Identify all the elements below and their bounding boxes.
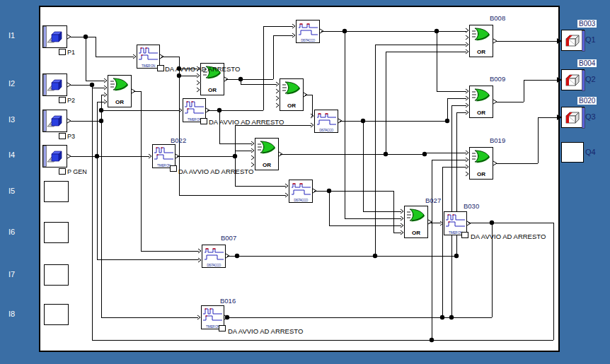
annotation-text[interactable]: DA AVVIO AD ARRESTO (209, 118, 284, 126)
delay-waveform-icon (204, 247, 224, 261)
input-block-i4[interactable] (42, 145, 67, 168)
input-block-i8-empty[interactable] (44, 304, 69, 325)
output-label-q1: Q1 (585, 35, 596, 44)
output-block-ref: B004 (577, 59, 597, 67)
output-connector-icon (562, 70, 585, 91)
block-name-label[interactable]: B027 (425, 196, 441, 204)
delay-timer-block[interactable]: DISTACCO (296, 20, 320, 43)
or-gate-label: OR (470, 171, 493, 177)
block-name-label[interactable]: B016 (220, 297, 236, 305)
annotation-text[interactable]: DA AVVIO AD ARRESTO (165, 65, 240, 73)
output-block-ref: B003 (577, 20, 597, 28)
block-name-label[interactable]: B019 (490, 136, 505, 144)
input-block-i3[interactable] (42, 110, 67, 132)
output-block-q3[interactable] (561, 107, 585, 128)
parameter-connector-square[interactable] (461, 232, 468, 238)
input-block-i5-empty[interactable] (44, 181, 69, 202)
delay-timer-block-b007[interactable]: DISTACCO (202, 245, 226, 268)
parameter-connector-square[interactable] (200, 118, 207, 124)
or-gate-label: OR (201, 87, 224, 93)
block-name-label[interactable]: B009 (490, 75, 505, 83)
output-label-q4: Q4 (585, 148, 596, 156)
or-block-b027[interactable]: OR (404, 206, 428, 238)
or-gate-icon (110, 77, 129, 91)
or-gate-icon (407, 208, 425, 222)
input-parameter-label[interactable]: P2 (67, 97, 75, 104)
pulse-waveform-icon (154, 146, 174, 160)
delay-waveform-icon (291, 182, 311, 196)
input-label-i5: I5 (8, 187, 15, 195)
or-gate-label: OR (280, 102, 303, 109)
app-window: TIMER ONORORTIMER ONTIMER ONB022ORORDIST… (0, 0, 610, 364)
output-block-q4-empty[interactable] (561, 142, 584, 163)
block-type-caption: DISTACCO (289, 199, 312, 202)
or-gate-icon (472, 88, 490, 102)
delay-waveform-icon (316, 112, 337, 126)
annotation-text[interactable]: DA AVVIO AD ARRESTO (228, 327, 303, 335)
or-gate-icon (472, 27, 490, 41)
or-gate-icon (258, 140, 276, 154)
input-parameter-square[interactable] (59, 133, 66, 139)
input-label-i6: I6 (8, 228, 15, 236)
input-parameter-label[interactable]: P GEN (67, 168, 87, 175)
output-label-q2: Q2 (585, 75, 596, 83)
or-gate-label: OR (470, 49, 493, 55)
or-gate-label: OR (108, 99, 131, 105)
input-block-i2[interactable] (42, 74, 67, 96)
delay-waveform-icon (298, 22, 318, 36)
block-name-label[interactable]: B022 (171, 136, 186, 144)
input-block-i7-empty[interactable] (44, 264, 69, 286)
output-block-q1[interactable] (561, 30, 585, 51)
pulse-timer-block-b022[interactable]: TIMER ON (152, 144, 175, 168)
or-block[interactable]: OR (108, 75, 132, 107)
or-gate-label: OR (255, 162, 278, 168)
parameter-connector-square[interactable] (219, 325, 226, 331)
or-block[interactable]: OR (280, 78, 304, 111)
or-block[interactable]: OR (255, 138, 279, 170)
pulse-waveform-icon (202, 307, 223, 322)
input-parameter-square[interactable] (59, 49, 66, 55)
or-gate-label: OR (405, 230, 427, 236)
block-name-label[interactable]: B007 (221, 234, 236, 242)
input-block-i6-empty[interactable] (44, 222, 69, 243)
input-connector-icon (43, 26, 67, 47)
parameter-connector-square[interactable] (170, 165, 177, 172)
input-block-i1[interactable] (42, 25, 67, 48)
block-type-caption: DISTACCO (315, 129, 338, 132)
pulse-waveform-icon (138, 47, 159, 61)
annotation-text[interactable]: DA AVVIO AD ARRESTO (178, 168, 253, 175)
pulse-waveform-icon (184, 100, 205, 115)
or-gate-icon (472, 149, 490, 163)
delay-timer-block[interactable]: DISTACCO (314, 110, 338, 133)
output-block-ref: B020 (577, 97, 597, 105)
or-gate-label: OR (470, 110, 493, 116)
output-label-q3: Q3 (585, 112, 596, 121)
annotation-text[interactable]: DA AVVIO AD ARRESTO (471, 233, 546, 240)
pulse-waveform-icon (445, 213, 466, 228)
or-block-b009[interactable]: OR (469, 86, 493, 118)
delay-timer-block[interactable]: DISTACCO (289, 180, 313, 203)
or-gate-icon (282, 81, 301, 95)
input-parameter-square[interactable] (59, 168, 66, 175)
input-label-i7: I7 (8, 270, 15, 278)
input-parameter-label[interactable]: P3 (67, 133, 75, 140)
or-block-b008[interactable]: OR (469, 25, 493, 57)
input-label-i2: I2 (8, 79, 15, 88)
input-label-i1: I1 (8, 31, 15, 40)
input-label-i4: I4 (8, 151, 15, 159)
output-block-q2[interactable] (561, 69, 585, 90)
block-type-caption: TIMER ON (137, 64, 159, 68)
input-connector-icon (43, 146, 67, 167)
input-connector-icon (43, 110, 67, 131)
output-connector-icon (562, 107, 585, 129)
or-block-b019[interactable]: OR (469, 147, 493, 180)
input-label-i3: I3 (8, 115, 15, 124)
block-name-label[interactable]: B008 (490, 14, 505, 22)
parameter-connector-square[interactable] (157, 65, 164, 71)
block-name-label[interactable]: B030 (464, 202, 479, 210)
input-label-i8: I8 (8, 310, 15, 318)
input-connector-icon (43, 74, 67, 95)
block-type-caption: DISTACCO (202, 264, 225, 267)
input-parameter-label[interactable]: P1 (67, 49, 75, 56)
input-parameter-square[interactable] (59, 97, 66, 103)
